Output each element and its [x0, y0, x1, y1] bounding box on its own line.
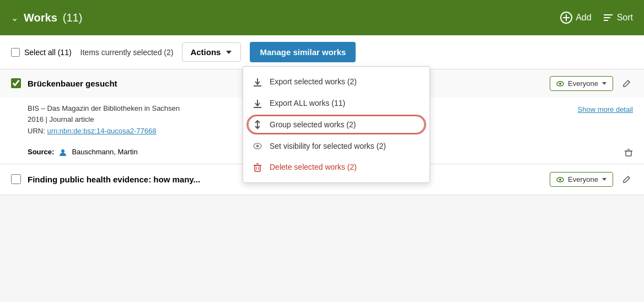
eye-icon — [556, 79, 565, 88]
urn-label: URN: — [28, 127, 45, 135]
works-count: (11) — [63, 12, 83, 24]
visibility-chevron-icon — [602, 80, 607, 86]
select-all-label[interactable]: Select all (11) — [11, 48, 72, 57]
items-selected-text: Items currently selected (2) — [80, 48, 174, 57]
show-more-link[interactable]: Show more detail — [578, 105, 633, 114]
add-label: Add — [576, 13, 591, 23]
toolbar: Select all (11) Items currently selected… — [0, 35, 644, 69]
work-1-visibility-label: Everyone — [568, 79, 598, 88]
work-1-actions: Show more detail — [578, 103, 633, 137]
chevron-down-icon[interactable]: ⌄ — [11, 13, 18, 23]
svg-point-14 — [256, 145, 259, 148]
work-2-edit-button[interactable] — [620, 172, 633, 186]
export-selected-item[interactable]: Export selected works (2) — [243, 71, 430, 93]
export-all-item[interactable]: Export ALL works (11) — [243, 93, 430, 114]
set-visibility-item[interactable]: Set visibility for selected works (2) — [243, 135, 430, 157]
work-2-visibility-label: Everyone — [568, 175, 598, 184]
group-selected-label: Group selected works (2) — [270, 120, 356, 129]
visibility-icon — [252, 141, 263, 151]
select-all-checkbox[interactable] — [11, 48, 20, 57]
delete-selected-item[interactable]: Delete selected works (2) — [243, 157, 430, 178]
works-header: ⌄ Works (11) Add Sort — [0, 0, 644, 35]
svg-rect-15 — [255, 165, 260, 171]
plus-circle-icon — [560, 12, 572, 24]
work-1-checkbox[interactable] — [11, 78, 21, 88]
set-visibility-label: Set visibility for selected works (2) — [270, 142, 386, 150]
svg-rect-24 — [626, 151, 631, 156]
trash-icon — [252, 162, 263, 172]
svg-marker-22 — [602, 82, 607, 85]
download-all-icon — [252, 98, 263, 109]
work-2-checkbox[interactable] — [11, 174, 21, 184]
source-name: Bauschmann, Martin — [72, 148, 137, 156]
select-all-text: Select all (11) — [24, 48, 72, 57]
work-2-visibility-badge[interactable]: Everyone — [550, 172, 613, 187]
sort-button[interactable]: Sort — [603, 12, 633, 23]
group-icon — [252, 120, 263, 130]
source-label: Source: — [28, 148, 54, 156]
svg-marker-6 — [226, 51, 232, 54]
export-all-label: Export ALL works (11) — [270, 99, 345, 107]
works-title: Works — [24, 12, 57, 24]
group-selected-item[interactable]: Group selected works (2) — [243, 114, 430, 136]
eye-icon-2 — [556, 175, 565, 184]
actions-dropdown-button[interactable]: Actions — [182, 42, 241, 62]
delete-selected-label: Delete selected works (2) — [270, 163, 357, 171]
urn-link[interactable]: urn:nbn:de:bsz:14-qucosa2-77668 — [47, 127, 156, 135]
manage-similar-button[interactable]: Manage similar works — [250, 42, 356, 62]
visibility-chevron-icon-2 — [602, 176, 607, 182]
sort-label: Sort — [617, 13, 633, 23]
download-icon — [252, 77, 263, 87]
export-selected-label: Export selected works (2) — [270, 77, 357, 86]
sort-icon — [603, 12, 614, 23]
dropdown-arrow-icon — [225, 48, 233, 56]
svg-point-28 — [559, 179, 561, 181]
add-button[interactable]: Add — [560, 12, 591, 24]
work-1-edit-button[interactable] — [620, 76, 633, 90]
work-1-visibility-badge[interactable]: Everyone — [550, 76, 613, 91]
actions-dropdown-menu: Export selected works (2) Export ALL wor… — [243, 66, 430, 183]
svg-point-21 — [559, 83, 561, 85]
svg-point-23 — [61, 149, 65, 153]
manage-similar-label: Manage similar works — [260, 47, 346, 57]
actions-label: Actions — [190, 47, 221, 57]
person-icon — [58, 147, 67, 157]
svg-marker-29 — [602, 178, 607, 181]
work-1-delete-button[interactable] — [624, 147, 633, 157]
